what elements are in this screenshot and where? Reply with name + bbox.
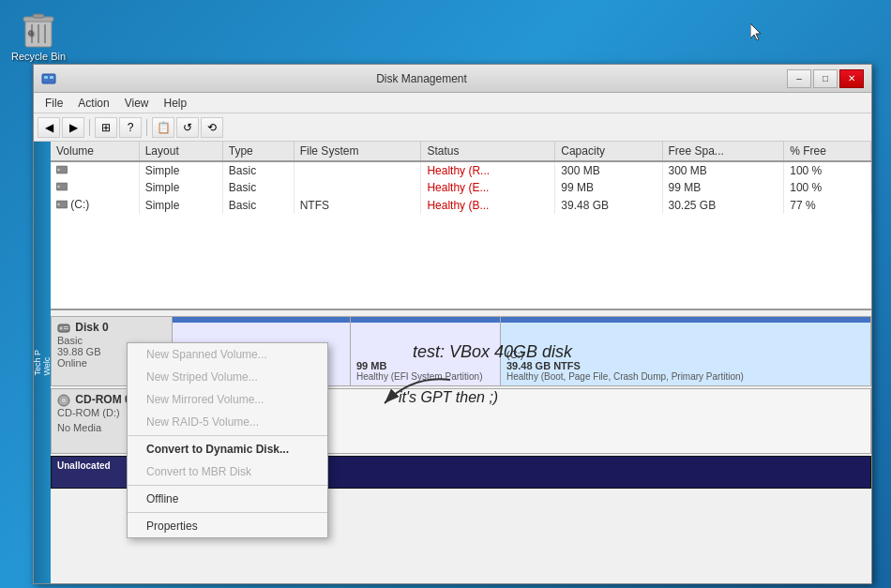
table-cell: Simple [139, 179, 222, 196]
minimize-button[interactable]: – [787, 69, 811, 88]
menu-help[interactable]: Help [157, 95, 195, 112]
cdrom-icon [57, 394, 70, 407]
col-capacity: Capacity [555, 142, 662, 161]
recycle-bin-label: Recycle Bin [11, 51, 66, 62]
help-button[interactable]: ? [119, 117, 142, 138]
table-cell: (C:) [51, 196, 139, 214]
context-menu: New Spanned Volume... New Striped Volume… [127, 342, 328, 538]
table-cell: 300 MB [555, 161, 662, 179]
partition-c[interactable]: (C:) 39.48 GB NTFS Healthy (Boot, Page F… [501, 317, 870, 385]
properties-btn[interactable]: 📋 [152, 117, 174, 138]
svg-point-12 [57, 169, 59, 171]
col-pctfree: % Free [784, 142, 871, 161]
table-cell [294, 161, 421, 179]
left-panel-text: WelcTech P [34, 350, 52, 376]
table-cell: Healthy (R... [421, 161, 555, 179]
toolbar-sep-1 [89, 119, 90, 136]
table-cell: 99 MB [555, 179, 662, 196]
table-cell [51, 179, 139, 196]
partition-efi[interactable]: 99 MB Healthy (EFI System Partition) [351, 317, 501, 385]
titlebar: Disk Management – □ ✕ [34, 65, 871, 93]
mouse-cursor [750, 23, 762, 40]
svg-point-23 [63, 400, 65, 401]
forward-button[interactable]: ▶ [62, 117, 84, 138]
col-volume: Volume [51, 142, 139, 161]
menu-file[interactable]: File [38, 95, 70, 112]
col-freespace: Free Spa... [662, 142, 784, 161]
back-button[interactable]: ◀ [38, 117, 60, 138]
left-panel: WelcTech P [34, 142, 51, 583]
svg-point-18 [60, 326, 63, 329]
ctx-sep-3 [128, 512, 327, 513]
c-status: Healthy (Boot, Page File, Crash Dump, Pr… [506, 371, 865, 382]
svg-text:♻: ♻ [27, 29, 34, 38]
ctx-new-raid5[interactable]: New RAID-5 Volume... [128, 411, 327, 433]
ctx-sep-2 [128, 485, 327, 486]
table-cell: Simple [139, 196, 222, 214]
col-filesystem: File System [294, 142, 421, 161]
col-type: Type [222, 142, 294, 161]
partition-info-c: (C:) 39.48 GB NTFS Healthy (Boot, Page F… [506, 349, 865, 382]
ctx-sep-1 [128, 435, 327, 436]
ctx-convert-mbr[interactable]: Convert to MBR Disk [128, 460, 327, 483]
ctx-new-striped[interactable]: New Striped Volume... [128, 366, 327, 388]
table-cell: Basic [222, 161, 294, 179]
col-status: Status [421, 142, 555, 161]
table-cell: 300 MB [662, 161, 784, 179]
table-cell: Basic [222, 196, 294, 214]
close-button[interactable]: ✕ [839, 69, 864, 88]
table-cell: 77 % [784, 196, 871, 214]
ctx-new-mirrored[interactable]: New Mirrored Volume... [128, 388, 327, 411]
recycle-bin-svg: ♻ [20, 8, 57, 49]
table-cell [51, 161, 139, 179]
svg-rect-10 [50, 76, 53, 79]
refresh-btn[interactable]: ↺ [176, 117, 199, 138]
table-cell: Basic [222, 179, 294, 196]
window-title: Disk Management [56, 72, 787, 85]
table-cell [294, 179, 421, 196]
svg-point-16 [57, 204, 59, 205]
col-layout: Layout [139, 142, 222, 161]
ctx-offline[interactable]: Offline [128, 488, 327, 510]
disk0-name: Disk 0 [57, 321, 166, 335]
svg-rect-20 [64, 328, 68, 329]
c-size: 39.48 GB NTFS [506, 360, 865, 371]
table-cell: 100 % [784, 161, 871, 179]
c-name: (C:) [506, 349, 865, 360]
table-row[interactable]: SimpleBasicHealthy (E...99 MB99 MB100 % [51, 179, 871, 196]
partition-bar-recovery [173, 317, 350, 323]
table-cell: Healthy (B... [421, 196, 555, 214]
view-button[interactable]: ⊞ [95, 117, 117, 138]
svg-rect-9 [44, 76, 48, 79]
svg-marker-7 [750, 23, 761, 40]
table-row[interactable]: SimpleBasicHealthy (R...300 MB300 MB100 … [51, 161, 871, 179]
table-cell: 39.48 GB [555, 196, 662, 214]
menu-action[interactable]: Action [70, 95, 116, 112]
window-controls: – □ ✕ [787, 69, 864, 88]
svg-point-14 [57, 186, 59, 188]
toolbar-sep-2 [146, 119, 147, 136]
ctx-convert-dynamic[interactable]: Convert to Dynamic Disk... [128, 438, 327, 460]
table-cell: 30.25 GB [662, 196, 784, 214]
disk-icon [57, 322, 70, 335]
ctx-properties[interactable]: Properties [128, 515, 327, 537]
partition-bar-efi [351, 317, 500, 323]
menubar: File Action View Help [34, 93, 871, 113]
menu-view[interactable]: View [117, 95, 157, 112]
recycle-bin-icon[interactable]: ♻ Recycle Bin [8, 8, 69, 62]
svg-rect-19 [64, 326, 68, 327]
table-cell: NTFS [294, 196, 421, 214]
svg-rect-2 [33, 14, 44, 18]
volume-table: Volume Layout Type File System Status Ca… [51, 142, 871, 310]
maximize-button[interactable]: □ [813, 69, 838, 88]
partition-info-efi: 99 MB Healthy (EFI System Partition) [356, 360, 494, 382]
ctx-new-spanned[interactable]: New Spanned Volume... [128, 343, 327, 366]
desktop: ♻ Recycle Bin Disk Management – □ ✕ [0, 0, 891, 588]
efi-status: Healthy (EFI System Partition) [356, 371, 494, 382]
efi-size: 99 MB [356, 360, 494, 371]
table-row[interactable]: (C:)SimpleBasicNTFSHealthy (B...39.48 GB… [51, 196, 871, 214]
toolbar: ◀ ▶ ⊞ ? 📋 ↺ ⟲ [34, 113, 871, 142]
undo-btn[interactable]: ⟲ [201, 117, 223, 138]
table-cell: 100 % [784, 179, 871, 196]
table-cell: 99 MB [662, 179, 784, 196]
